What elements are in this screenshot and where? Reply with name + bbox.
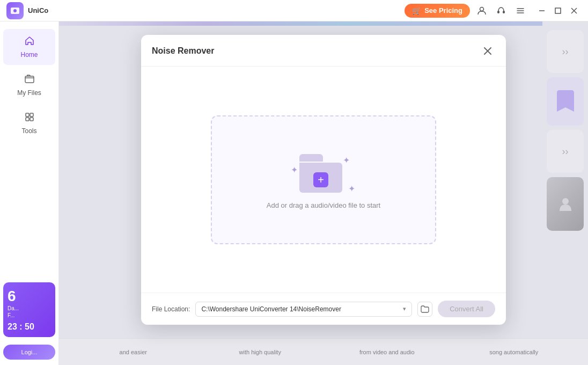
folder-browse-icon [421, 305, 429, 313]
maximize-button[interactable] [550, 3, 565, 18]
svg-rect-16 [30, 118, 33, 121]
sidebar-item-tools[interactable]: Tools [3, 105, 55, 141]
login-button[interactable]: Logi... [3, 345, 55, 360]
svg-rect-12 [25, 76, 34, 83]
headset-icon-button[interactable] [494, 3, 509, 18]
folder-browse-button[interactable] [417, 302, 432, 317]
dropdown-arrow-icon: ▾ [403, 305, 406, 312]
sidebar-promo: 6 Da... F... 23 : 50 [3, 282, 55, 337]
main-content: ›› ›› and easier with high quality from [59, 21, 588, 365]
promo-day: 6 [8, 288, 51, 305]
headset-icon [496, 6, 506, 16]
sidebar: Home My Files Tools [0, 21, 59, 365]
myfiles-icon [24, 74, 35, 87]
sidebar-tools-label: Tools [21, 127, 36, 135]
svg-rect-4 [503, 11, 505, 13]
svg-rect-14 [30, 113, 33, 116]
modal-overlay: Noise Remover [59, 21, 588, 365]
title-bar: UniCo 🛒 See Pricing [0, 0, 588, 21]
folder-body: + [299, 163, 342, 193]
file-location-label: File Location: [152, 305, 190, 313]
sidebar-home-label: Home [20, 51, 38, 59]
modal-header: Noise Remover [141, 35, 506, 67]
title-bar-controls: 🛒 See Pricing [405, 3, 582, 18]
file-location-input[interactable]: C:\Wondershare UniConverter 14\NoiseRemo… [195, 302, 412, 317]
sidebar-myfiles-label: My Files [17, 89, 41, 97]
menu-icon [516, 6, 525, 16]
sparkle-br-icon: ✦ [348, 184, 355, 194]
promo-timer: 23 : 50 [8, 322, 51, 332]
svg-rect-13 [26, 113, 29, 116]
minimize-button[interactable] [534, 3, 549, 18]
see-pricing-button[interactable]: 🛒 See Pricing [405, 4, 470, 18]
close-button[interactable] [567, 3, 582, 18]
app-branding: UniCo [6, 2, 48, 19]
svg-rect-9 [555, 8, 561, 13]
folder-tab [299, 154, 323, 162]
window-controls [534, 3, 582, 18]
promo-text-line1: Da... [8, 305, 51, 312]
app-body: Home My Files Tools [0, 21, 588, 365]
svg-rect-15 [26, 118, 29, 121]
app-logo [6, 2, 24, 19]
home-icon [24, 35, 35, 49]
tools-icon [24, 112, 35, 125]
drop-zone-text: Add or drag a audio/video file to start [267, 201, 380, 209]
plus-symbol: + [318, 174, 324, 186]
menu-icon-button[interactable] [513, 3, 528, 18]
modal-close-icon [483, 47, 492, 55]
sidebar-item-myfiles[interactable]: My Files [3, 67, 55, 103]
app-name-label: UniCo [28, 6, 48, 14]
folder-icon: + ✦ ✦ ✦ [299, 150, 348, 193]
convert-all-button[interactable]: Convert All [438, 301, 495, 317]
modal-body: + ✦ ✦ ✦ Add or drag a audio/video file t… [141, 67, 506, 293]
folder-add-icon: + [313, 172, 328, 187]
noise-remover-modal: Noise Remover [141, 35, 506, 325]
sparkle-left-icon: ✦ [291, 165, 298, 175]
user-icon-button[interactable] [474, 3, 489, 18]
svg-rect-3 [497, 11, 499, 13]
svg-point-2 [480, 7, 484, 11]
file-drop-zone[interactable]: + ✦ ✦ ✦ Add or drag a audio/video file t… [211, 115, 436, 244]
user-icon [477, 6, 487, 16]
promo-text-line2: F... [8, 312, 51, 319]
cart-icon: 🛒 [412, 6, 421, 15]
file-location-value: C:\Wondershare UniConverter 14\NoiseRemo… [201, 305, 341, 313]
modal-footer: File Location: C:\Wondershare UniConvert… [141, 293, 506, 325]
svg-point-1 [13, 9, 17, 12]
sparkle-right-icon: ✦ [343, 155, 350, 165]
modal-title: Noise Remover [152, 46, 215, 56]
modal-close-button[interactable] [480, 43, 495, 59]
see-pricing-label: See Pricing [424, 6, 462, 14]
sidebar-item-home[interactable]: Home [3, 29, 55, 65]
